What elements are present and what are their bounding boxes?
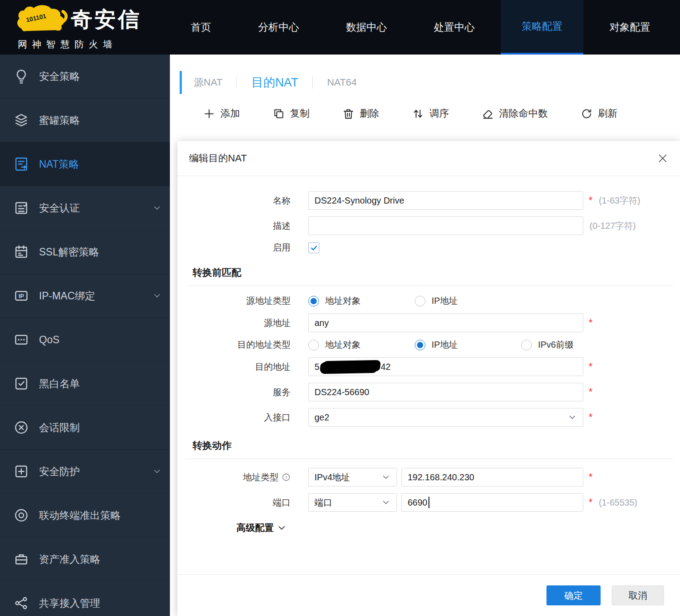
dest-address-type-label: 目的地址类型 bbox=[177, 339, 308, 351]
reorder-button[interactable]: 调序 bbox=[412, 107, 449, 120]
sidebar-item-label: 安全防护 bbox=[39, 465, 80, 479]
source-address-input[interactable] bbox=[308, 314, 583, 332]
name-input[interactable] bbox=[308, 191, 583, 210]
chevron-down-icon bbox=[381, 472, 391, 482]
port-type-value: 端口 bbox=[314, 497, 332, 509]
sidebar-item-nat-policy[interactable]: NAT策略 bbox=[0, 142, 170, 186]
brand-logo-icon: 101101 bbox=[15, 4, 68, 35]
calendar-icon bbox=[13, 244, 29, 260]
add-button[interactable]: 添加 bbox=[203, 107, 240, 120]
nat-tabs: 源NAT 目的NAT NAT64 bbox=[170, 70, 680, 95]
radio-icon[interactable] bbox=[308, 296, 319, 306]
sidebar-item-black-white-list[interactable]: 黑白名单 bbox=[0, 362, 170, 406]
toolbar: 添加 复制 删除 调序 清除命中数 刷新 bbox=[170, 101, 680, 126]
sidebar-item-label: NAT策略 bbox=[39, 157, 79, 171]
radio-icon[interactable] bbox=[415, 340, 425, 350]
trash-icon bbox=[342, 108, 354, 120]
tab-source-nat[interactable]: 源NAT bbox=[194, 76, 236, 89]
tab-nat64[interactable]: NAT64 bbox=[313, 77, 371, 88]
required-asterisk: * bbox=[589, 472, 593, 483]
sidebar-item-shared-access-management[interactable]: 共享接入管理 bbox=[0, 581, 170, 616]
sidebar-item-honeypot-policy[interactable]: 蜜罐策略 bbox=[0, 98, 170, 142]
shield-plus-icon bbox=[13, 463, 29, 479]
dest-address-type-options: 地址对象 IP地址 IPv6前缀 bbox=[308, 339, 628, 351]
cancel-button[interactable]: 取消 bbox=[612, 585, 664, 605]
ingress-interface-row: 入接口 ge2 * bbox=[177, 408, 680, 427]
sidebar-item-ip-mac-binding[interactable]: IP IP-MAC绑定 bbox=[0, 274, 170, 318]
confirm-button[interactable]: 确定 bbox=[546, 585, 601, 605]
svg-text:?: ? bbox=[285, 475, 287, 480]
refresh-button[interactable]: 刷新 bbox=[581, 107, 617, 120]
sidebar-item-ssl-decrypt-policy[interactable]: SSL解密策略 bbox=[0, 230, 170, 274]
radio-option-ip-address[interactable]: IP地址 bbox=[415, 295, 521, 307]
edit-destination-nat-modal: 编辑目的NAT 名称 * (1-63字符) 描述 (0-127字符) 启用 bbox=[177, 141, 680, 616]
enabled-checkbox[interactable] bbox=[308, 242, 319, 253]
radio-option-ipv6-prefix[interactable]: IPv6前缀 bbox=[521, 339, 628, 351]
port-type-select[interactable]: 端口 bbox=[308, 493, 397, 512]
address-type-select[interactable]: IPv4地址 bbox=[308, 468, 397, 487]
nav-item-analysis-center[interactable]: 分析中心 bbox=[237, 0, 320, 55]
sidebar-item-linked-terminal-policy[interactable]: 联动终端准出策略 bbox=[0, 494, 170, 538]
share-icon bbox=[13, 595, 29, 611]
port-input[interactable]: 6690 bbox=[401, 493, 583, 512]
port-row: 端口 端口 6690 * (1-65535) bbox=[177, 493, 680, 512]
nav-item-home[interactable]: 首页 bbox=[170, 0, 232, 55]
terminal-target-icon bbox=[13, 507, 29, 523]
text-caret bbox=[428, 497, 429, 508]
radio-icon[interactable] bbox=[521, 340, 532, 350]
translated-ip-input[interactable] bbox=[401, 468, 583, 487]
layers-icon bbox=[13, 112, 29, 128]
required-asterisk: * bbox=[589, 362, 593, 372]
sidebar-item-session-limit[interactable]: 会话限制 bbox=[0, 406, 170, 450]
dest-address-label: 目的地址 bbox=[177, 361, 308, 373]
radio-option-label: 地址对象 bbox=[325, 295, 361, 307]
eraser-icon bbox=[482, 108, 494, 120]
sidebar-item-security-auth[interactable]: 安全认证 bbox=[0, 186, 170, 230]
required-asterisk: * bbox=[589, 387, 593, 397]
chevron-down-icon bbox=[567, 412, 577, 422]
brand: 101101 奇安信 网神智慧防火墙 bbox=[0, 0, 170, 55]
port-label: 端口 bbox=[177, 497, 308, 509]
tab-destination-nat[interactable]: 目的NAT bbox=[237, 75, 312, 90]
delete-button[interactable]: 删除 bbox=[342, 107, 379, 120]
top-nav: 首页 分析中心 数据中心 处置中心 策略配置 对象配置 bbox=[170, 0, 671, 55]
radio-icon[interactable] bbox=[308, 340, 319, 350]
main-content: 源NAT 目的NAT NAT64 添加 复制 删除 调序 清除命中数 刷新 bbox=[170, 55, 680, 616]
radio-option-label: IPv6前缀 bbox=[538, 339, 574, 351]
required-asterisk: * bbox=[589, 196, 593, 206]
sidebar: 安全策略 蜜罐策略 NAT策略 安全认证 SSL解密策略 IP IP-MAC绑定… bbox=[0, 55, 170, 616]
dest-address-type-row: 目的地址类型 地址对象 IP地址 IPv6前缀 bbox=[177, 339, 680, 351]
plus-icon bbox=[203, 108, 215, 120]
chevron-down-icon bbox=[277, 523, 286, 532]
radio-option-address-object[interactable]: 地址对象 bbox=[308, 339, 415, 351]
advanced-config-toggle[interactable]: 高级配置 bbox=[236, 522, 680, 534]
qos-dots-icon bbox=[13, 332, 29, 348]
nav-item-object-config[interactable]: 对象配置 bbox=[589, 0, 671, 55]
radio-icon[interactable] bbox=[415, 296, 425, 306]
radio-option-ip-address[interactable]: IP地址 bbox=[415, 339, 521, 351]
nav-item-policy-config[interactable]: 策略配置 bbox=[501, 0, 583, 55]
lightbulb-icon bbox=[13, 68, 29, 84]
close-icon[interactable] bbox=[657, 153, 668, 164]
ingress-interface-select[interactable]: ge2 bbox=[308, 408, 583, 427]
asset-case-icon bbox=[13, 551, 29, 567]
session-limit-icon bbox=[13, 420, 29, 436]
sidebar-item-security-protection[interactable]: 安全防护 bbox=[0, 450, 170, 494]
nat-policy-icon bbox=[13, 156, 29, 172]
nav-item-handling-center[interactable]: 处置中心 bbox=[413, 0, 495, 55]
radio-option-address-object[interactable]: 地址对象 bbox=[308, 295, 415, 307]
redaction-scribble bbox=[321, 361, 379, 373]
sidebar-item-security-policy[interactable]: 安全策略 bbox=[0, 55, 170, 98]
sidebar-item-qos[interactable]: QoS bbox=[0, 318, 170, 362]
sidebar-item-label: 联动终端准出策略 bbox=[39, 509, 121, 522]
clear-hit-count-button[interactable]: 清除命中数 bbox=[482, 107, 548, 120]
service-input[interactable] bbox=[308, 383, 583, 401]
sidebar-item-asset-admission-policy[interactable]: 资产准入策略 bbox=[0, 538, 170, 581]
description-input[interactable] bbox=[308, 216, 583, 235]
dest-address-input[interactable]: 5 42 bbox=[308, 357, 583, 376]
copy-label: 复制 bbox=[290, 107, 310, 120]
help-icon[interactable]: ? bbox=[282, 473, 291, 482]
copy-button[interactable]: 复制 bbox=[273, 107, 310, 120]
nav-item-data-center[interactable]: 数据中心 bbox=[325, 0, 408, 55]
clear-hit-count-label: 清除命中数 bbox=[499, 107, 548, 120]
